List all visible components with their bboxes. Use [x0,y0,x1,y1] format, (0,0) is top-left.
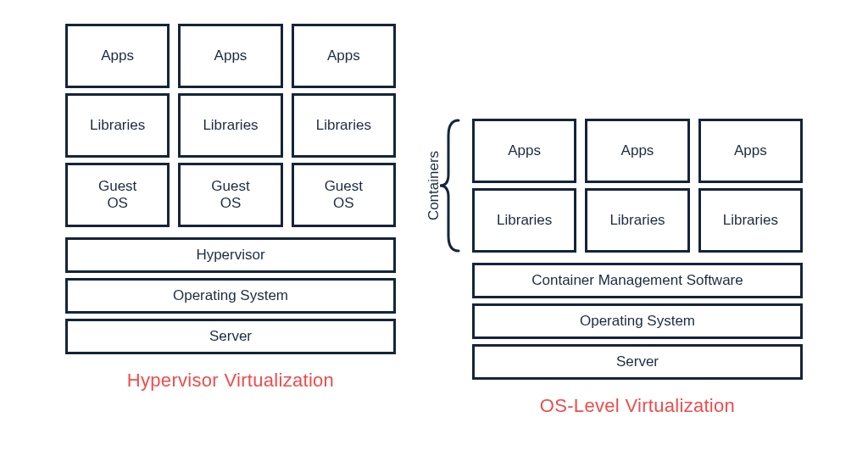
hypervisor-stack: Apps Apps Apps Libraries Libraries Libra… [65,24,396,354]
container-lib-cell: Libraries [698,188,803,253]
container-lib-cell: Libraries [585,188,689,253]
container-management-layer: Container Management Software [472,263,803,298]
hypervisor-virtualization-panel: Apps Apps Apps Libraries Libraries Libra… [65,24,396,392]
hypervisor-layer: Hypervisor [65,237,396,273]
vm-app-cell: Apps [178,24,282,88]
vm-lib-cell: Libraries [292,93,396,158]
operating-system-layer: Operating System [65,278,396,314]
vm-app-cell: Apps [292,24,396,88]
diagram-canvas: Apps Apps Apps Libraries Libraries Libra… [0,0,868,456]
container-lib-cell: Libraries [472,188,576,253]
vm-guestos-cell: Guest OS [292,163,396,227]
vm-app-cell: Apps [65,24,170,88]
containers-brace-icon [437,119,462,253]
container-app-cell: Apps [585,119,689,183]
hypervisor-caption: Hypervisor Virtualization [127,370,334,392]
libraries-row: Libraries Libraries Libraries [65,93,396,158]
os-level-virtualization-panel: Containers Apps Apps Apps Libraries Libr… [472,24,803,417]
operating-system-layer: Operating System [472,303,803,339]
guest-os-row: Guest OS Guest OS Guest OS [65,163,396,227]
container-app-cell: Apps [698,119,803,183]
vm-guestos-cell: Guest OS [65,163,170,227]
apps-row: Apps Apps Apps [65,24,396,88]
container-app-cell: Apps [472,119,576,183]
container-stack: Apps Apps Apps Libraries Libraries Libra… [472,119,803,380]
server-layer: Server [472,344,803,380]
container-libraries-row: Libraries Libraries Libraries [472,188,803,253]
vm-lib-cell: Libraries [178,93,282,158]
container-apps-row: Apps Apps Apps [472,119,803,183]
vm-lib-cell: Libraries [65,93,170,158]
server-layer: Server [65,319,396,354]
os-level-caption: OS-Level Virtualization [540,395,735,417]
vm-guestos-cell: Guest OS [178,163,282,227]
